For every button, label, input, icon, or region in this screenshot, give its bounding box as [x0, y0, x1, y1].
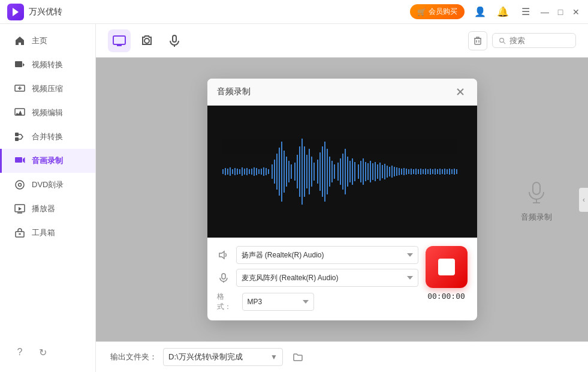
- svg-rect-44: [261, 169, 262, 175]
- modal-close-button[interactable]: [453, 85, 468, 99]
- svg-rect-112: [430, 169, 431, 175]
- svg-rect-47: [268, 169, 269, 174]
- sidebar-item-video-convert[interactable]: 视频转换: [0, 53, 95, 77]
- svg-rect-77: [345, 149, 346, 194]
- svg-rect-104: [411, 169, 412, 175]
- svg-rect-5: [15, 137, 19, 141]
- maximize-button[interactable]: □: [556, 7, 565, 17]
- svg-rect-86: [367, 163, 369, 180]
- svg-rect-51: [279, 148, 280, 196]
- svg-rect-117: [442, 169, 443, 174]
- svg-rect-58: [297, 155, 298, 188]
- svg-rect-82: [358, 164, 359, 179]
- player-icon: [14, 203, 26, 215]
- svg-rect-18: [475, 38, 481, 44]
- sidebar-label-video-convert: 视频转换: [32, 59, 63, 70]
- screen-tab-button[interactable]: [108, 29, 131, 52]
- camera-tab-button[interactable]: [135, 29, 158, 52]
- svg-marker-0: [13, 8, 19, 16]
- svg-rect-95: [389, 167, 390, 176]
- record-btn-area: 00:00:00: [426, 246, 468, 301]
- svg-rect-40: [251, 169, 252, 175]
- search-input[interactable]: [509, 36, 569, 45]
- sidebar-bottom: ? ↻: [0, 337, 95, 367]
- svg-rect-56: [291, 164, 292, 179]
- record-stop-button[interactable]: [426, 246, 468, 288]
- sidebar-item-merge-convert[interactable]: 合并转换: [0, 125, 95, 149]
- svg-rect-53: [284, 151, 285, 193]
- format-label: 格式：: [217, 292, 236, 312]
- search-box[interactable]: [492, 33, 576, 48]
- notification-icon[interactable]: 🔔: [494, 4, 511, 20]
- svg-marker-124: [219, 251, 224, 259]
- output-path-select[interactable]: D:\万兴优转\录制完成 ▼: [163, 348, 283, 366]
- sidebar-label-video-compress: 视频压缩: [32, 83, 63, 94]
- svg-rect-16: [173, 35, 176, 42]
- svg-rect-48: [272, 164, 273, 179]
- sidebar-item-screen-record[interactable]: 音画录制: [0, 149, 95, 173]
- menu-icon[interactable]: ☰: [517, 4, 534, 20]
- svg-rect-120: [449, 169, 450, 175]
- user-icon[interactable]: 👤: [472, 4, 489, 20]
- dvd-icon: [14, 179, 26, 191]
- svg-rect-34: [237, 169, 238, 175]
- svg-rect-36: [242, 167, 243, 176]
- svg-rect-43: [258, 169, 260, 174]
- svg-rect-49: [274, 160, 275, 184]
- app-title: 万兴优转: [29, 7, 62, 17]
- vip-button[interactable]: 🛒 会员购买: [410, 4, 465, 19]
- sidebar: 主页 视频转换 视频压缩 视频编辑 合并转换: [0, 24, 96, 372]
- sidebar-label-screen-record: 音画录制: [32, 155, 63, 166]
- sidebar-item-player[interactable]: 播放器: [0, 197, 95, 221]
- svg-rect-71: [329, 157, 330, 187]
- svg-rect-13: [113, 36, 125, 44]
- close-button[interactable]: ✕: [571, 7, 581, 17]
- svg-rect-88: [372, 163, 373, 180]
- svg-rect-68: [322, 146, 323, 197]
- bottom-bar: 输出文件夹： D:\万兴优转\录制完成 ▼: [96, 341, 588, 372]
- svg-rect-63: [309, 149, 310, 194]
- format-select[interactable]: MP3 AAC WAV FLAC: [242, 293, 314, 311]
- svg-rect-66: [317, 160, 318, 184]
- svg-rect-75: [340, 158, 341, 185]
- waveform-area: [207, 106, 477, 238]
- svg-rect-72: [331, 161, 333, 182]
- refresh-button[interactable]: ↻: [35, 344, 50, 360]
- svg-rect-55: [288, 161, 290, 182]
- svg-rect-106: [415, 169, 417, 175]
- svg-rect-76: [342, 154, 343, 190]
- svg-rect-4: [15, 133, 19, 136]
- open-folder-button[interactable]: [289, 348, 307, 366]
- modal-controls: 扬声器 (Realtek(R) Audio) 麦克风阵列 (Realtek(R)…: [207, 238, 477, 320]
- mic-select[interactable]: 麦克风阵列 (Realtek(R) Audio): [236, 269, 418, 287]
- modal-titlebar: 音频录制: [207, 79, 477, 106]
- svg-rect-115: [437, 169, 438, 174]
- svg-rect-110: [425, 169, 426, 175]
- svg-rect-32: [232, 169, 233, 174]
- svg-line-22: [503, 42, 505, 44]
- video-compress-icon: [14, 83, 26, 95]
- minimize-button[interactable]: —: [540, 7, 550, 17]
- svg-rect-45: [263, 167, 264, 176]
- home-icon: [14, 35, 26, 47]
- sidebar-label-video-edit: 视频编辑: [32, 107, 63, 118]
- svg-rect-54: [286, 157, 287, 187]
- svg-rect-118: [444, 169, 445, 175]
- speaker-select[interactable]: 扬声器 (Realtek(R) Audio): [236, 246, 418, 264]
- collapse-arrow[interactable]: ‹: [579, 188, 588, 212]
- svg-rect-103: [408, 169, 409, 174]
- delete-button[interactable]: [468, 31, 487, 50]
- svg-rect-85: [365, 162, 366, 181]
- svg-rect-99: [399, 168, 400, 175]
- sidebar-item-toolbox[interactable]: 工具箱: [0, 221, 95, 245]
- sidebar-item-video-compress[interactable]: 视频压缩: [0, 77, 95, 101]
- sidebar-item-home[interactable]: 主页: [0, 29, 95, 53]
- speaker-icon: [217, 248, 230, 262]
- sidebar-item-dvd-burn[interactable]: DVD刻录: [0, 173, 95, 197]
- mic-tab-button[interactable]: [163, 29, 186, 52]
- svg-rect-74: [337, 163, 339, 181]
- svg-rect-94: [387, 166, 388, 178]
- sidebar-item-video-edit[interactable]: 视频编辑: [0, 101, 95, 125]
- mic-control-icon: [217, 271, 230, 284]
- help-button[interactable]: ?: [12, 344, 28, 360]
